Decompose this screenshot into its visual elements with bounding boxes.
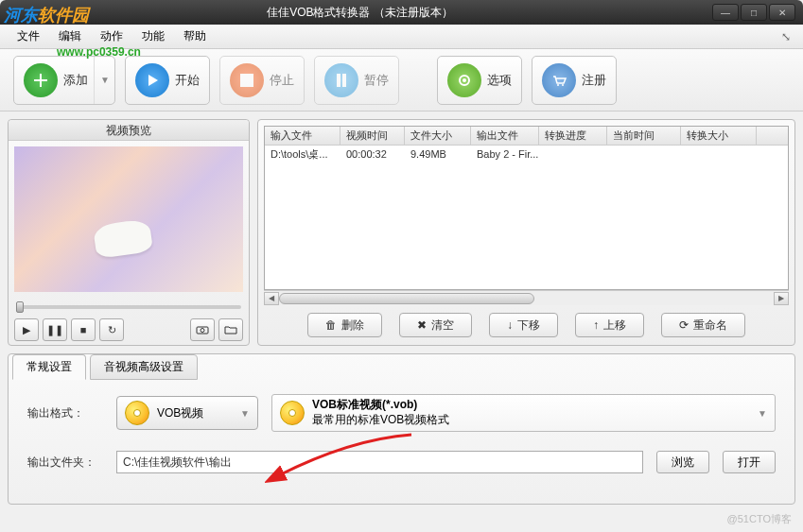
disc-icon [125, 401, 149, 425]
scroll-right-icon[interactable]: ▶ [774, 292, 789, 305]
watermark-bottomright: @51CTO博客 [727, 512, 792, 526]
horizontal-scrollbar[interactable]: ◀ ▶ [264, 290, 789, 305]
move-up-label: 上移 [603, 317, 626, 334]
svg-point-6 [562, 84, 564, 86]
trash-icon: 🗑 [325, 318, 337, 332]
pause-button[interactable]: 暂停 [314, 56, 399, 105]
plus-icon [24, 63, 58, 97]
format-value: VOB视频 [157, 405, 203, 421]
seek-slider[interactable] [16, 305, 241, 309]
maximize-button[interactable]: □ [741, 4, 767, 21]
move-down-label: 下移 [517, 317, 540, 334]
pause-icon [324, 63, 358, 97]
tab-advanced[interactable]: 音视频高级设置 [90, 354, 198, 380]
player-stop-button[interactable]: ■ [71, 318, 96, 341]
close-button[interactable]: ✕ [769, 4, 795, 21]
svg-point-8 [201, 329, 204, 333]
player-loop-button[interactable]: ↻ [99, 318, 124, 341]
clear-button[interactable]: ✖清空 [399, 313, 472, 337]
move-up-button[interactable]: ↑上移 [575, 313, 644, 337]
svg-rect-0 [240, 74, 253, 87]
resize-handle-icon[interactable]: ⤡ [777, 27, 795, 46]
svg-rect-1 [337, 74, 340, 87]
table-cell: 9.49MB [405, 146, 471, 163]
scroll-left-icon[interactable]: ◀ [264, 292, 279, 305]
table-cell: 00:00:32 [340, 146, 405, 163]
register-button[interactable]: 注册 [532, 56, 617, 105]
move-down-button[interactable]: ↓下移 [489, 313, 558, 337]
browse-button[interactable]: 浏览 [656, 451, 709, 473]
table-cell [607, 146, 681, 163]
file-grid[interactable]: 输入文件视频时间文件大小输出文件转换进度当前时间转换大小 D:\tools\桌.… [264, 126, 789, 290]
snapshot-button[interactable] [190, 318, 215, 341]
format-description-selector[interactable]: VOB标准视频(*.vob) 最常用的标准VOB视频格式 ▼ [271, 394, 776, 432]
delete-button[interactable]: 🗑删除 [307, 313, 382, 337]
player-pause-button[interactable]: ❚❚ [43, 318, 67, 341]
output-format-selector[interactable]: VOB视频 ▼ [116, 396, 258, 430]
menu-help[interactable]: 帮助 [174, 25, 216, 48]
column-header[interactable]: 输入文件 [265, 127, 340, 145]
pause-label: 暂停 [364, 72, 389, 89]
table-cell: D:\tools\桌... [265, 146, 340, 163]
refresh-icon: ⟳ [679, 318, 689, 332]
chevron-down-icon[interactable]: ▼ [94, 57, 105, 104]
svg-rect-2 [342, 74, 346, 87]
column-header[interactable]: 文件大小 [405, 127, 471, 145]
svg-point-4 [463, 78, 466, 82]
add-button[interactable]: 添加 ▼ [13, 56, 115, 105]
slider-thumb[interactable] [16, 301, 24, 313]
disc-icon [280, 401, 305, 425]
preview-title: 视频预览 [9, 120, 249, 141]
output-format-label: 输出格式： [27, 405, 103, 421]
add-label: 添加 [63, 72, 88, 89]
scroll-thumb[interactable] [279, 293, 534, 304]
menu-function[interactable]: 功能 [132, 25, 174, 48]
menu-action[interactable]: 动作 [91, 25, 132, 48]
open-button[interactable]: 打开 [723, 451, 776, 473]
player-play-button[interactable]: ▶ [14, 318, 39, 341]
clear-label: 清空 [431, 317, 454, 334]
window-title: 佳佳VOB格式转换器 （未注册版本） [8, 5, 712, 21]
video-preview[interactable] [14, 146, 243, 292]
menu-edit[interactable]: 编辑 [49, 25, 91, 48]
menu-file[interactable]: 文件 [8, 25, 49, 48]
start-label: 开始 [175, 72, 200, 89]
svg-point-5 [557, 84, 559, 86]
register-label: 注册 [582, 72, 606, 89]
delete-label: 删除 [341, 317, 364, 334]
column-header[interactable]: 转换大小 [681, 127, 757, 145]
table-row[interactable]: D:\tools\桌...00:00:329.49MBBaby 2 - Fir.… [265, 146, 788, 163]
stop-button[interactable]: 停止 [219, 56, 305, 105]
chevron-down-icon: ▼ [758, 408, 767, 419]
column-header[interactable]: 转换进度 [539, 127, 607, 145]
rename-button[interactable]: ⟳重命名 [661, 313, 745, 337]
format-desc-title: VOB标准视频(*.vob) [312, 398, 449, 413]
column-header[interactable]: 输出文件 [471, 127, 539, 145]
output-folder-input[interactable] [116, 451, 643, 473]
chevron-down-icon: ▼ [240, 408, 250, 419]
rename-label: 重命名 [693, 317, 727, 334]
minimize-button[interactable]: — [712, 4, 739, 21]
play-icon [135, 63, 169, 97]
table-cell: Baby 2 - Fir... [471, 146, 539, 163]
format-desc-sub: 最常用的标准VOB视频格式 [312, 413, 449, 428]
stop-label: 停止 [270, 72, 294, 89]
cart-icon [542, 63, 576, 97]
folder-button[interactable] [218, 318, 243, 341]
gear-icon [447, 63, 481, 97]
column-header[interactable]: 视频时间 [340, 127, 405, 145]
column-header[interactable]: 当前时间 [607, 127, 681, 145]
arrow-up-icon: ↑ [593, 318, 599, 332]
arrow-down-icon: ↓ [507, 318, 513, 332]
tab-general[interactable]: 常规设置 [12, 354, 86, 380]
stop-icon [230, 63, 264, 97]
options-button[interactable]: 选项 [437, 56, 522, 105]
table-cell [681, 146, 757, 163]
file-list-panel: 输入文件视频时间文件大小输出文件转换进度当前时间转换大小 D:\tools\桌.… [257, 119, 795, 346]
options-label: 选项 [487, 72, 512, 89]
output-folder-label: 输出文件夹： [27, 455, 103, 471]
x-icon: ✖ [417, 318, 427, 332]
table-cell [539, 146, 607, 163]
start-button[interactable]: 开始 [125, 56, 210, 105]
preview-panel: 视频预览 ▶ ❚❚ ■ ↻ [8, 119, 250, 346]
